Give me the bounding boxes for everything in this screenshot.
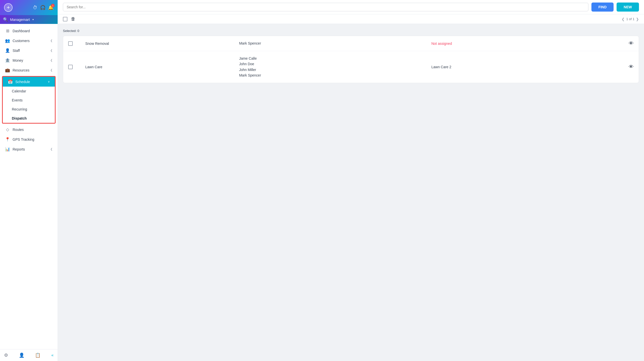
- view-icon-2[interactable]: 👁: [629, 64, 634, 70]
- sidebar-item-label: Staff: [13, 49, 20, 53]
- routes-icon: ◇: [5, 127, 10, 132]
- sidebar-header: + ⏱ 🎧 🔔 1: [0, 0, 58, 15]
- sidebar-item-resources[interactable]: 💼 Resources ❮: [0, 65, 58, 75]
- staff-line: Jame Calle: [239, 56, 431, 61]
- sidebar-item-dashboard[interactable]: ⊞ Dashboard: [0, 26, 58, 36]
- events-label: Events: [12, 98, 23, 102]
- prev-page-button[interactable]: ❮: [622, 17, 625, 21]
- assignment-status: Not assigned: [431, 42, 624, 46]
- sidebar-item-money[interactable]: 🏦 Money ❮: [0, 55, 58, 65]
- assignment-name: Lawn Care 2: [431, 65, 624, 69]
- schedule-section: 📅 Schedule ∨ Calendar Events Recurring D…: [2, 76, 56, 124]
- search-input[interactable]: [67, 5, 585, 9]
- notification-badge: 1: [51, 4, 55, 7]
- sidebar-item-events[interactable]: Events: [3, 96, 55, 105]
- dashboard-icon: ⊞: [5, 28, 10, 33]
- table-row: Lawn Care Jame Calle John Doe John Mille…: [63, 51, 639, 83]
- next-page-button[interactable]: ❯: [636, 17, 639, 21]
- new-button[interactable]: NEW: [617, 3, 639, 12]
- table-row: Snow Removal Mark Spencer Not assigned 👁: [63, 36, 639, 51]
- calendar-footer-icon[interactable]: 📋: [35, 352, 41, 358]
- timer-icon[interactable]: ⏱: [33, 5, 37, 10]
- staff-line: John Miller: [239, 67, 431, 73]
- resources-icon: 💼: [5, 68, 10, 73]
- sidebar-item-reports[interactable]: 📊 Reports ❮: [0, 144, 58, 154]
- search-bar[interactable]: [63, 3, 588, 11]
- headset-icon[interactable]: 🎧: [40, 5, 46, 10]
- customers-arrow-icon: ❮: [50, 39, 53, 42]
- settings-icon[interactable]: ⚙: [4, 352, 8, 358]
- gps-icon: 📍: [5, 137, 10, 142]
- user-icon[interactable]: 👤: [19, 352, 24, 358]
- sidebar-item-label: GPS Tracking: [13, 137, 34, 141]
- sidebar-item-routes[interactable]: ◇ Routes: [0, 125, 58, 134]
- sidebar-item-label: Resources: [13, 68, 29, 72]
- search-sidebar-icon[interactable]: 🔍: [3, 17, 8, 22]
- staff-names: Jame Calle John Doe John Miller Mark Spe…: [239, 56, 431, 78]
- reports-icon: 📊: [5, 147, 10, 152]
- staff-line: John Doe: [239, 61, 431, 67]
- sidebar-item-calendar[interactable]: Calendar: [3, 87, 55, 96]
- reports-arrow-icon: ❮: [50, 148, 53, 151]
- main-content: FIND NEW 🗑 ❮ 1 of 1 ❯ Selected: 0 Snow R…: [58, 0, 644, 361]
- money-icon: 🏦: [5, 58, 10, 63]
- resources-arrow-icon: ❮: [50, 68, 53, 72]
- sidebar-item-schedule[interactable]: 📅 Schedule ∨: [3, 77, 55, 87]
- sidebar-item-customers[interactable]: 👥 Customers ❮: [0, 36, 58, 46]
- dispatch-table: Snow Removal Mark Spencer Not assigned 👁…: [63, 36, 639, 83]
- row-checkbox-1[interactable]: [68, 41, 73, 46]
- view-icon-1[interactable]: 👁: [629, 41, 634, 46]
- toolbar: 🗑 ❮ 1 of 1 ❯: [58, 14, 644, 24]
- page-info: 1 of 1: [626, 17, 634, 21]
- row-checkbox-2[interactable]: [68, 65, 73, 69]
- calendar-label: Calendar: [12, 89, 26, 93]
- sidebar-item-label: Customers: [13, 39, 30, 43]
- sidebar: + ⏱ 🎧 🔔 1 🔍 Managemart ▾ ⊞ Dashboard 👥 C…: [0, 0, 58, 361]
- schedule-arrow-icon: ∨: [48, 80, 50, 83]
- schedule-icon: 📅: [8, 79, 13, 84]
- sidebar-item-label: Routes: [13, 128, 24, 132]
- select-all-checkbox[interactable]: [63, 17, 67, 21]
- pagination: ❮ 1 of 1 ❯: [622, 17, 639, 21]
- brand-chevron-icon[interactable]: ▾: [32, 18, 34, 21]
- brand-search-bar: 🔍 Managemart ▾: [0, 15, 58, 24]
- staff-arrow-icon: ❮: [50, 49, 53, 52]
- sidebar-item-label: Reports: [13, 147, 25, 151]
- service-name: Lawn Care: [85, 65, 239, 69]
- money-arrow-icon: ❮: [50, 59, 53, 62]
- toolbar-left: 🗑: [63, 16, 75, 22]
- sidebar-item-staff[interactable]: 👤 Staff ❮: [0, 46, 58, 55]
- sidebar-item-label: Money: [13, 58, 23, 62]
- selected-count: Selected: 0: [63, 29, 639, 33]
- collapse-sidebar-button[interactable]: «: [51, 353, 54, 357]
- recurring-label: Recurring: [12, 107, 27, 111]
- customers-icon: 👥: [5, 38, 10, 43]
- delete-icon[interactable]: 🗑: [71, 16, 75, 22]
- staff-icon: 👤: [5, 48, 10, 53]
- sidebar-nav: ⊞ Dashboard 👥 Customers ❮ 👤 Staff ❮ 🏦 Mo…: [0, 24, 58, 349]
- brand-name: Managemart: [10, 18, 30, 22]
- service-name: Snow Removal: [85, 42, 239, 46]
- content-area: Selected: 0 Snow Removal Mark Spencer No…: [58, 24, 644, 361]
- dispatch-label: Dispatch: [12, 116, 27, 120]
- top-bar: FIND NEW: [58, 0, 644, 14]
- sidebar-item-dispatch[interactable]: Dispatch: [3, 114, 55, 123]
- bell-icon[interactable]: 🔔 1: [48, 5, 54, 10]
- sidebar-item-label: Schedule: [15, 80, 30, 84]
- staff-name: Mark Spencer: [239, 41, 431, 46]
- add-button[interactable]: +: [4, 3, 13, 12]
- header-icons: ⏱ 🎧 🔔 1: [33, 5, 54, 10]
- find-button[interactable]: FIND: [591, 3, 614, 12]
- sidebar-item-gps[interactable]: 📍 GPS Tracking: [0, 134, 58, 144]
- sidebar-item-recurring[interactable]: Recurring: [3, 105, 55, 114]
- sidebar-item-label: Dashboard: [13, 29, 30, 33]
- staff-line: Mark Spencer: [239, 73, 431, 78]
- sidebar-footer: ⚙ 👤 📋 «: [0, 349, 58, 361]
